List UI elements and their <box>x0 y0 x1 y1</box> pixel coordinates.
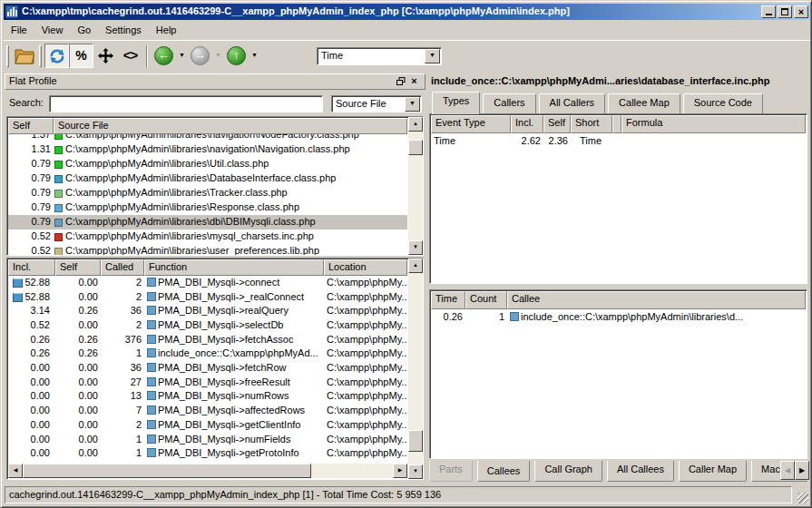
function-table-scrollbar[interactable]: ▲ ▼ <box>408 259 423 479</box>
column-header-function[interactable]: Function <box>144 259 324 276</box>
column-header-short[interactable]: Short <box>571 115 612 133</box>
function-row[interactable]: 0.00 0.00 36 PMA_DBI_Mysqli->fetchRow C:… <box>8 361 407 376</box>
scrollbar-trough[interactable] <box>311 464 393 478</box>
detail-tab[interactable]: Callers <box>483 93 535 113</box>
title-bar[interactable]: C:\xampp\tmp\cachegrind.out.1416463299-C… <box>4 4 810 20</box>
tab-scroll-left-icon[interactable]: ◀ <box>780 461 795 480</box>
scrollbar-trough[interactable] <box>408 273 423 464</box>
detail-bottom-tab[interactable]: Callees <box>477 461 531 482</box>
column-header-incl[interactable]: Incl. <box>8 259 55 276</box>
event-type-combo[interactable]: Time ▼ <box>317 47 442 65</box>
reload-button[interactable] <box>44 44 69 68</box>
scroll-down-icon[interactable]: ▼ <box>408 240 423 255</box>
scroll-left-icon[interactable]: ◀ <box>8 464 23 478</box>
function-row[interactable]: 52.88 0.00 2 PMA_DBI_Mysqli->connect C:\… <box>8 276 407 290</box>
column-header-source-file[interactable]: Source File <box>54 118 407 134</box>
detail-tab[interactable]: Callee Map <box>608 93 680 113</box>
search-input[interactable] <box>49 95 323 112</box>
scrollbar-thumb[interactable] <box>408 430 423 452</box>
close-button[interactable]: × <box>794 5 808 18</box>
scrollbar-thumb[interactable] <box>408 140 423 155</box>
function-row[interactable]: 0.00 0.00 7 PMA_DBI_Mysqli->affectedRows… <box>8 404 407 418</box>
scroll-right-icon[interactable]: ▶ <box>393 464 407 478</box>
column-header-event-type[interactable]: Event Type <box>431 115 511 133</box>
menu-item[interactable]: File <box>4 23 34 39</box>
menu-item[interactable]: Go <box>70 23 98 39</box>
dock-float-button[interactable] <box>394 76 407 88</box>
function-row[interactable]: 0.00 0.00 13 PMA_DBI_Mysqli->numRows C:\… <box>8 390 407 405</box>
function-row[interactable]: 0.00 0.00 2 PMA_DBI_Mysqli->getClientInf… <box>8 418 407 433</box>
column-header-formula[interactable]: Formula <box>621 115 806 133</box>
detail-bottom-tab[interactable]: Call Graph <box>534 461 602 482</box>
back-dropdown[interactable]: ▼ <box>176 44 188 68</box>
source-file-row[interactable]: 1.37 C:\xampp\phpMyAdmin\libraries\navig… <box>8 134 407 142</box>
column-header-location[interactable]: Location <box>324 259 407 276</box>
column-header-incl[interactable]: Incl. <box>511 115 543 133</box>
detail-bottom-tab[interactable]: Parts <box>429 461 473 482</box>
toolbar-handle[interactable] <box>6 45 9 67</box>
source-file-row[interactable]: 0.52 C:\xampp\phpMyAdmin\libraries\user_… <box>8 244 407 255</box>
up-dropdown[interactable]: ▼ <box>249 44 260 68</box>
function-row[interactable]: 0.52 0.00 2 PMA_DBI_Mysqli->selectDb C:\… <box>8 318 407 333</box>
file-list-scrollbar[interactable]: ▲ ▼ <box>408 117 423 255</box>
column-header-self[interactable]: Self <box>8 118 54 134</box>
function-row[interactable]: 0.26 0.26 1 include_once::C:\xampp\phpMy… <box>8 347 407 361</box>
source-file-row[interactable]: 0.79 C:\xampp\phpMyAdmin\libraries\Respo… <box>8 200 407 215</box>
dock-close-button[interactable]: × <box>407 76 421 88</box>
column-header-self[interactable]: Self <box>55 259 101 276</box>
event-type-row[interactable]: Time 2.62 2.36 Time <box>431 133 806 149</box>
maximize-button[interactable] <box>778 5 792 18</box>
scrollbar-trough[interactable] <box>408 132 423 240</box>
toolbar: % <> ← ▼ → ▼ ↑ ▼ Time ▼ <box>4 40 810 71</box>
source-file-row[interactable]: 0.79 C:\xampp\phpMyAdmin\libraries\Util.… <box>8 157 407 171</box>
combo-arrow-icon[interactable]: ▼ <box>405 97 420 112</box>
up-button[interactable]: ↑ <box>224 44 249 68</box>
column-header-self[interactable]: Self <box>543 115 571 133</box>
menu-item[interactable]: View <box>34 23 71 39</box>
toolbar-handle[interactable] <box>39 45 42 67</box>
percent-toggle-button[interactable]: % <box>69 44 93 68</box>
scroll-up-icon[interactable]: ▲ <box>408 259 423 273</box>
scroll-up-icon[interactable]: ▲ <box>408 117 423 132</box>
source-file-row[interactable]: 0.79 C:\xampp\phpMyAdmin\libraries\Track… <box>8 186 407 200</box>
function-row[interactable]: 3.14 0.26 36 PMA_DBI_Mysqli->realQuery C… <box>8 304 407 318</box>
detail-tab[interactable]: Source Code <box>683 93 763 113</box>
function-row[interactable]: 52.88 0.00 2 PMA_DBI_Mysqli->_realConnec… <box>8 290 407 305</box>
source-file-row[interactable]: 0.79 C:\xampp\phpMyAdmin\libraries\dbi\D… <box>8 215 407 230</box>
scrollbar-thumb[interactable] <box>23 464 311 478</box>
function-row[interactable]: 0.00 0.00 1 PMA_DBI_Mysqli->numFields C:… <box>8 433 407 447</box>
combo-arrow-icon[interactable]: ▼ <box>425 49 440 64</box>
callee-row[interactable]: 0.26 1 include_once::C:\xampp\phpMyAdmin… <box>431 309 806 325</box>
back-button[interactable]: ← <box>152 44 176 68</box>
function-row[interactable]: 0.26 0.26 376 PMA_DBI_Mysqli->fetchAssoc… <box>8 333 407 347</box>
function-table-hscrollbar[interactable]: ◀ ▶ <box>8 464 407 478</box>
detail-bottom-tab[interactable]: All Callees <box>607 461 674 482</box>
source-file-row[interactable]: 0.52 C:\xampp\phpMyAdmin\libraries\mysql… <box>8 230 407 244</box>
tab-scroll-right-icon[interactable]: ▶ <box>795 461 809 480</box>
dock-splitter[interactable] <box>5 183 426 185</box>
minimize-button[interactable] <box>761 5 776 18</box>
column-header-callee[interactable]: Callee <box>507 291 806 309</box>
forward-button[interactable]: → <box>188 44 212 68</box>
column-header-called[interactable]: Called <box>101 259 144 276</box>
scroll-down-icon[interactable]: ▼ <box>408 464 423 479</box>
column-header-count[interactable]: Count <box>465 291 507 309</box>
menu-item[interactable]: Settings <box>98 23 149 39</box>
menu-item[interactable]: Help <box>149 23 184 39</box>
detail-tab[interactable]: Types <box>432 92 480 114</box>
column-header-blank[interactable] <box>612 115 621 133</box>
function-row[interactable]: 0.00 0.00 27 PMA_DBI_Mysqli->freeResult … <box>8 376 407 390</box>
detail-tab[interactable]: All Callers <box>539 93 606 113</box>
detail-bottom-tab[interactable]: Caller Map <box>679 461 747 482</box>
open-file-button[interactable] <box>12 44 36 68</box>
incl-cost-value: 0.00 <box>26 419 53 432</box>
column-header-time[interactable]: Time <box>431 291 465 309</box>
group-by-combo[interactable]: Source File ▼ <box>331 95 422 112</box>
pan-button[interactable] <box>93 44 118 68</box>
source-file-row[interactable]: 1.31 C:\xampp\phpMyAdmin\libraries\navig… <box>8 142 407 157</box>
dock-title-bar[interactable]: Flat Profile × <box>5 73 426 90</box>
forward-dropdown[interactable]: ▼ <box>212 44 224 68</box>
resize-grip[interactable] <box>797 493 808 503</box>
function-row[interactable]: 0.00 0.00 1 PMA_DBI_Mysqli->getProtoInfo… <box>8 446 407 461</box>
relative-cost-button[interactable]: <> <box>118 44 142 68</box>
